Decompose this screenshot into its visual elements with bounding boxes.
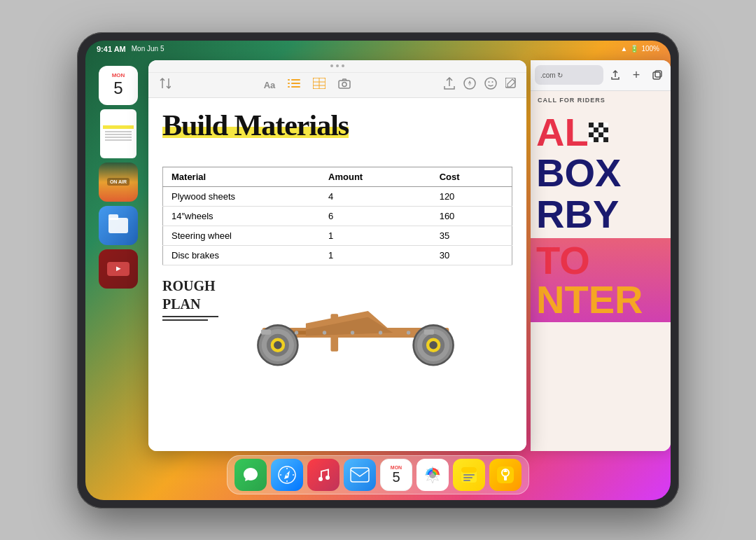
derby-al: AL xyxy=(536,112,589,153)
toolbar-center: Aa xyxy=(264,78,351,92)
table-cell-cost: 35 xyxy=(431,226,512,245)
svg-rect-32 xyxy=(261,329,271,334)
compass-button[interactable] xyxy=(463,77,476,92)
svg-point-42 xyxy=(286,473,288,476)
rough-plan-section: ROUGHPLAN xyxy=(162,277,512,392)
toolbar-left xyxy=(158,77,171,92)
table-cell-amount: 1 xyxy=(320,226,431,245)
status-date: Mon Jun 5 xyxy=(132,45,164,53)
svg-rect-4 xyxy=(288,86,290,88)
svg-point-13 xyxy=(485,78,496,89)
sidebar-video-preview: ON AIR xyxy=(99,162,138,202)
sidebar-game-preview: ▶ xyxy=(99,249,138,289)
table-cell-amount: 1 xyxy=(320,245,431,265)
table-button[interactable] xyxy=(313,78,326,92)
rough-plan-text: ROUGHPLAN xyxy=(162,277,218,313)
derby-rby-row: RBY xyxy=(536,194,665,235)
derby-rby: RBY xyxy=(536,192,619,236)
table-cell-amount: 6 xyxy=(320,206,431,226)
svg-rect-48 xyxy=(461,467,477,473)
format-button[interactable]: Aa xyxy=(264,80,276,90)
derby-nter: NTER xyxy=(536,277,643,321)
svg-rect-51 xyxy=(463,480,470,481)
dock-app-calendar[interactable]: MON 5 xyxy=(380,459,412,491)
table-cell-material: Disc brakes xyxy=(163,245,321,265)
list-button[interactable] xyxy=(288,78,300,92)
sidebar-files-app[interactable] xyxy=(99,206,138,245)
derby-to-row: TO xyxy=(536,241,665,280)
call-for-riders-text: CALL FOR RIDERS xyxy=(531,91,671,109)
cal-month: MON xyxy=(112,72,125,78)
table-row: Disc brakes130 xyxy=(163,245,512,265)
window-drag-handle[interactable] xyxy=(148,60,526,73)
table-cell-cost: 160 xyxy=(431,206,512,226)
table-row: Plywood sheets4120 xyxy=(163,186,512,206)
rough-plan-label: ROUGHPLAN xyxy=(162,277,218,321)
dock-app-tips[interactable] xyxy=(489,459,522,491)
edit-button[interactable] xyxy=(505,78,517,92)
svg-point-37 xyxy=(379,331,382,334)
note-title-area: Build Materials xyxy=(162,109,512,155)
sidebar-video-app[interactable]: ON AIR xyxy=(99,162,138,202)
safari-tabs-button[interactable] xyxy=(648,66,666,84)
drag-dots xyxy=(330,64,344,67)
dock-cal-day: 5 xyxy=(392,470,400,484)
dock: MON 5 xyxy=(227,455,529,494)
safari-add-button[interactable]: + xyxy=(627,66,645,84)
status-time: 9:41 AM xyxy=(97,45,126,53)
derby-to: TO xyxy=(536,238,590,282)
dock-app-messages[interactable] xyxy=(234,459,267,491)
wifi-icon: ▲ xyxy=(621,45,628,53)
status-right: ▲ 🔋 100% xyxy=(621,45,659,53)
notes-window: Aa xyxy=(148,60,526,451)
sidebar-calendar-app[interactable]: MON 5 xyxy=(99,66,138,105)
sidebar-notes-thumb[interactable] xyxy=(100,109,136,158)
table-cell-material: 14″wheels xyxy=(163,206,321,226)
battery-icon: 🔋 xyxy=(630,45,638,53)
svg-point-15 xyxy=(492,81,493,83)
table-cell-amount: 4 xyxy=(320,186,431,206)
notes-toolbar: Aa xyxy=(148,73,526,98)
svg-point-11 xyxy=(342,83,346,87)
derby-box-row: BOX xyxy=(536,153,665,194)
dock-app-music[interactable] xyxy=(307,459,340,491)
svg-rect-45 xyxy=(351,468,369,482)
svg-rect-16 xyxy=(505,78,515,88)
derby-al-row: AL xyxy=(536,112,665,153)
table-cell-material: Steering wheel xyxy=(163,226,321,245)
derby-box: BOX xyxy=(536,151,621,195)
svg-rect-54 xyxy=(504,476,507,480)
table-cell-cost: 30 xyxy=(431,245,512,265)
dock-app-notes[interactable] xyxy=(453,459,485,491)
reload-icon[interactable]: ↻ xyxy=(557,71,563,79)
sidebar-game-app[interactable]: ▶ xyxy=(99,249,138,289)
safari-toolbar: .com ↻ + xyxy=(531,60,671,91)
safari-content: CALL FOR RIDERS AL BOX xyxy=(531,91,671,451)
dock-app-safari[interactable] xyxy=(271,459,303,491)
safari-share-button[interactable] xyxy=(606,66,624,84)
svg-rect-1 xyxy=(291,79,300,81)
notes-content[interactable]: Build Materials Material Amount Cost Ply… xyxy=(148,98,526,451)
checkered-flag xyxy=(589,123,608,142)
ipad-device: 9:41 AM Mon Jun 5 ▲ 🔋 100% MON 5 xyxy=(77,32,679,508)
dock-app-photos[interactable] xyxy=(416,459,449,491)
svg-rect-49 xyxy=(463,474,475,476)
cal-day: 5 xyxy=(113,78,122,98)
note-title: Build Materials xyxy=(162,109,349,141)
status-bar: 9:41 AM Mon Jun 5 ▲ 🔋 100% xyxy=(85,41,671,57)
svg-point-14 xyxy=(489,81,490,83)
svg-rect-39 xyxy=(653,72,660,79)
collapse-icon[interactable] xyxy=(158,77,171,92)
svg-point-43 xyxy=(318,477,323,481)
svg-point-38 xyxy=(407,331,410,334)
svg-rect-3 xyxy=(291,83,300,84)
dock-app-mail[interactable] xyxy=(344,459,376,491)
svg-rect-2 xyxy=(288,83,290,84)
svg-rect-5 xyxy=(291,86,300,88)
materials-table: Material Amount Cost Plywood sheets41201… xyxy=(162,167,512,265)
camera-button[interactable] xyxy=(338,78,351,92)
safari-url-bar[interactable]: .com ↻ xyxy=(535,65,603,85)
derby-nter-row: NTER xyxy=(536,280,665,319)
emoji-button[interactable] xyxy=(484,77,497,92)
share-button[interactable] xyxy=(444,77,455,92)
